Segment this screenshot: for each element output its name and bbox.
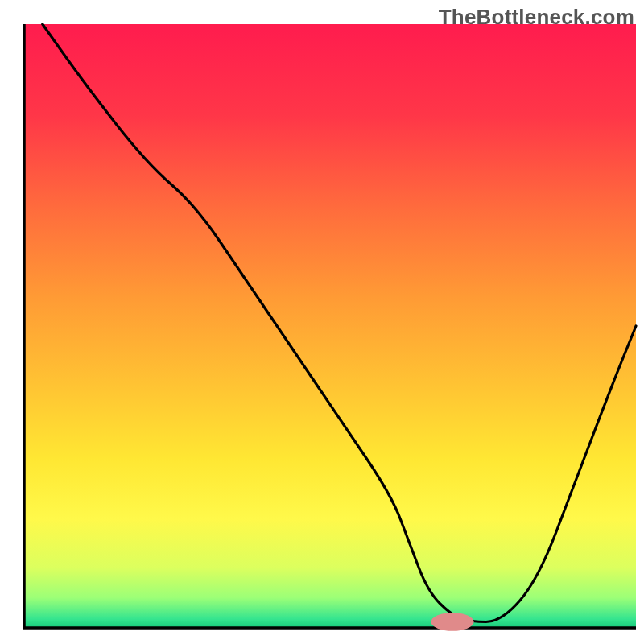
optimum-marker <box>431 613 473 631</box>
plot-background <box>24 24 636 628</box>
chart-container: TheBottleneck.com <box>0 0 644 644</box>
bottleneck-chart <box>0 0 644 644</box>
